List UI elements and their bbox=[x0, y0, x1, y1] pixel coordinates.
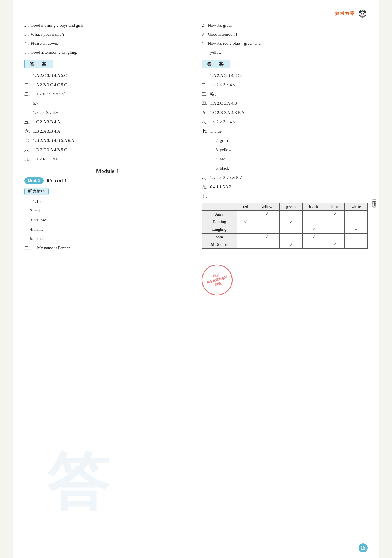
cell-red bbox=[237, 211, 254, 218]
left-sentence-1: 2．Good morning，boys and girls. bbox=[24, 22, 190, 29]
cell-red bbox=[237, 234, 254, 241]
header-title: 参考答案 bbox=[335, 11, 355, 17]
left-ans-4: 四、1.× 2.× 3.√ 4.√ bbox=[24, 109, 190, 116]
page: 参考答案 答 作业 作业检查水墨手 精灵 2．Good morning，boys… bbox=[13, 0, 379, 558]
cell-blue: √ bbox=[325, 211, 344, 218]
right-ans-11: 八、1.√ 2.× 3.√ 4.√ 5.√ bbox=[202, 174, 368, 181]
left-answer-section: 答 案 一、1.A 2.C 3.B 4.A 5.C 二、1.A 2.B 3.C … bbox=[24, 60, 190, 163]
right-ans-8: 3. yellow bbox=[202, 146, 368, 154]
watermark: 答 bbox=[47, 441, 109, 524]
main-columns: 2．Good morning，boys and girls. 3．What's … bbox=[24, 22, 368, 254]
right-ans-5: 六、1.√ 2.√ 3.× 4.√ bbox=[202, 118, 368, 126]
cell-green: √ bbox=[280, 218, 303, 226]
left-answer-box: 答 案 bbox=[24, 60, 53, 68]
listen-3: 4. name bbox=[24, 226, 190, 233]
left-ans-0: 一、1.A 2.C 3.B 4.A 5.C bbox=[24, 72, 190, 79]
left-ans-7: 七、1.B 2.A 3.B 4.B 5.A 6.A bbox=[24, 137, 190, 144]
right-ans-12: 九、6 4 1 1 5 3 2 bbox=[202, 183, 368, 191]
cell-blue: √ bbox=[325, 241, 344, 249]
cell-black bbox=[302, 241, 325, 249]
left-ans-2: 三、1.× 2.× 3.√ 4.√ 5.√ bbox=[24, 90, 190, 98]
col-yellow: yellow bbox=[254, 203, 280, 211]
listen-1: 2. red bbox=[24, 207, 190, 215]
left-ans-1: 二、1.A 2.B 3.C 4.C 5.C bbox=[24, 81, 190, 89]
cell-white bbox=[345, 211, 368, 218]
cell-red: √ bbox=[237, 218, 254, 226]
right-ans-10: 5. black bbox=[202, 165, 368, 172]
listening-label: 听力材料 bbox=[24, 188, 49, 195]
side-text: 十一格巧强化训练 bbox=[370, 197, 377, 201]
left-sentence-2: 3．What's your name？ bbox=[24, 31, 190, 38]
cell-yellow bbox=[254, 218, 280, 226]
cell-black bbox=[302, 211, 325, 218]
right-ans-6: 七、1. blue bbox=[202, 127, 368, 135]
cell-green bbox=[280, 211, 303, 218]
right-sentence-2: 3．Good afternoon！ bbox=[202, 31, 368, 38]
cell-yellow bbox=[254, 241, 280, 249]
cell-black bbox=[302, 218, 325, 226]
cell-blue bbox=[325, 226, 344, 234]
cell-black: √ bbox=[302, 226, 325, 234]
module-heading: Module 4 bbox=[24, 168, 190, 174]
right-sentence-4: yellow. bbox=[202, 49, 368, 56]
right-ans-7: 2. green bbox=[202, 137, 368, 144]
left-column: 2．Good morning，boys and girls. 3．What's … bbox=[24, 22, 196, 254]
right-sentences: 2．Now it's green. 3．Good afternoon！ 4．No… bbox=[202, 22, 368, 56]
cell-black: √ bbox=[302, 234, 325, 241]
cell-yellow bbox=[254, 226, 280, 234]
right-answer-box: 答 案 bbox=[202, 60, 230, 68]
right-ans-3: 四、1.A 2.C 3.A 4.B bbox=[202, 100, 368, 107]
left-ans-8: 八、1.D 2.E 3.A 4.B 5.C bbox=[24, 146, 190, 154]
unit-title: It's red！ bbox=[46, 177, 68, 184]
page-number: 15 bbox=[359, 543, 368, 552]
col-blue: blue bbox=[325, 203, 344, 211]
unit-badge: Unit 1 bbox=[24, 177, 44, 184]
cell-yellow: √ bbox=[254, 211, 280, 218]
top-bar: 参考答案 bbox=[24, 8, 368, 20]
cell-green bbox=[280, 234, 303, 241]
cell-white bbox=[345, 234, 368, 241]
left-ans-3: 6.× bbox=[24, 100, 190, 107]
svg-point-3 bbox=[360, 12, 365, 17]
cell-name: Lingling bbox=[202, 226, 237, 234]
svg-point-4 bbox=[361, 13, 362, 15]
left-ans-5: 五、1.C 2.A 3.B 4.A bbox=[24, 118, 190, 126]
table-row: Ms Smart√√ bbox=[202, 241, 368, 249]
cell-name: Ms Smart bbox=[202, 241, 237, 249]
svg-point-5 bbox=[363, 13, 364, 15]
cell-red bbox=[237, 226, 254, 234]
table-row: Lingling√√ bbox=[202, 226, 368, 234]
right-ans-0: 一、1.A 2.A 3.B 4.C 5.C bbox=[202, 72, 368, 79]
cell-blue bbox=[325, 218, 344, 226]
listen-4: 5. panda bbox=[24, 235, 190, 243]
table-row: Amy√√ bbox=[202, 211, 368, 218]
cell-white: √ bbox=[345, 226, 368, 234]
listen-5: 二、1. My name is Panpan. bbox=[24, 244, 190, 252]
panda-icon bbox=[357, 8, 368, 19]
right-ans-13: 十、 bbox=[202, 192, 368, 200]
table-header-row: red yellow green black blue white bbox=[202, 203, 368, 211]
cell-name: Amy bbox=[202, 211, 237, 218]
right-sentence-3: 4．Now it's red，blue，green and bbox=[202, 40, 368, 47]
cell-red bbox=[237, 241, 254, 249]
cell-green: √ bbox=[280, 241, 303, 249]
col-black: black bbox=[302, 203, 325, 211]
cell-white bbox=[345, 218, 368, 226]
answer-table: red yellow green black blue white Amy√√D… bbox=[202, 203, 368, 249]
cell-green bbox=[280, 226, 303, 234]
col-name bbox=[202, 203, 237, 211]
right-ans-4: 五、1.C 2.B 3.A 4.B 5.A bbox=[202, 109, 368, 116]
listen-0: 一、1. blue bbox=[24, 198, 190, 205]
col-red: red bbox=[237, 203, 254, 211]
col-white: white bbox=[345, 203, 368, 211]
cell-yellow: √ bbox=[254, 234, 280, 241]
right-answer-section: 答 案 一、1.A 2.A 3.B 4.C 5.C 二、1.√ 2.× 3.× … bbox=[202, 60, 368, 200]
left-ans-6: 六、1.B 2.A 3.B 4.A bbox=[24, 127, 190, 135]
right-column: 2．Now it's green. 3．Good afternoon！ 4．No… bbox=[196, 22, 368, 254]
listening-items: 一、1. blue 2. red 3. yellow 4. name 5. pa… bbox=[24, 198, 190, 252]
homework-stamp: 作业 作业检查水墨手 精灵 bbox=[198, 261, 236, 299]
left-ans-9: 九、1.T 2.F 3.F 4.F 5.T bbox=[24, 155, 190, 163]
left-sentence-4: 5．Good afternoon，Lingling. bbox=[24, 49, 190, 56]
cell-blue bbox=[325, 234, 344, 241]
cell-name: Daming bbox=[202, 218, 237, 226]
